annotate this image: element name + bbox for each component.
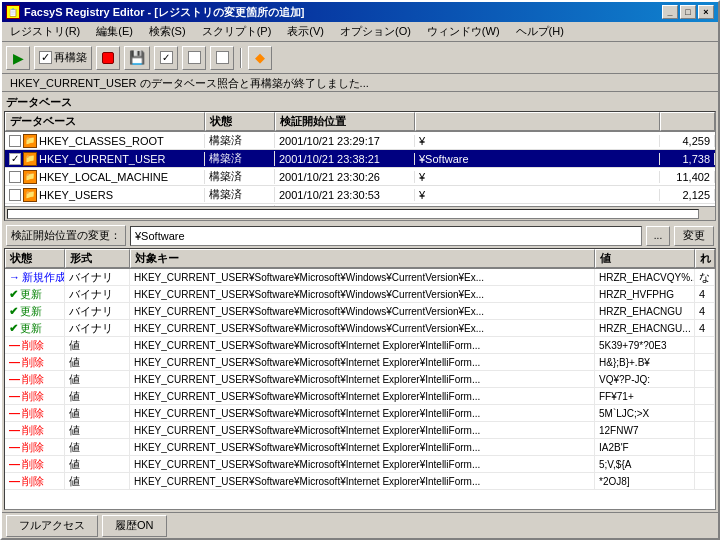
browse-button[interactable]: ... xyxy=(646,226,670,246)
list-item[interactable]: → 新規作成 バイナリ HKEY_CURRENT_USER¥Software¥M… xyxy=(5,269,715,286)
list-item[interactable]: — 削除 値 HKEY_CURRENT_USER¥Software¥Micros… xyxy=(5,473,715,490)
db-cell-date-0: 2001/10/21 23:29:17 xyxy=(275,135,415,147)
menu-registry[interactable]: レジストリ(R) xyxy=(6,23,84,40)
changes-header: 状態 形式 対象キー 値 れ xyxy=(5,249,715,269)
ch-cell-status-9: — 削除 xyxy=(5,422,65,438)
toolbar-check-btn[interactable]: ✓ xyxy=(154,46,178,70)
history-on-button[interactable]: 履歴ON xyxy=(102,515,167,537)
menu-window[interactable]: ウィンドウ(W) xyxy=(423,23,504,40)
ch-cell-extra-6 xyxy=(695,371,715,387)
db-col-status: 状態 xyxy=(205,112,275,131)
maximize-button[interactable]: □ xyxy=(680,5,696,19)
db-icon-3: 📁 xyxy=(23,188,37,202)
ch-cell-format-9: 値 xyxy=(65,422,130,438)
ch-cell-key-7: HKEY_CURRENT_USER¥Software¥Microsoft¥Int… xyxy=(130,388,595,404)
ch-cell-status-8: — 削除 xyxy=(5,405,65,421)
list-item[interactable]: ✔ 更新 バイナリ HKEY_CURRENT_USER¥Software¥Mic… xyxy=(5,303,715,320)
toolbar-stop-btn[interactable] xyxy=(96,46,120,70)
toolbar-empty2-btn[interactable] xyxy=(210,46,234,70)
db-cell-path-1: ¥Software xyxy=(415,153,660,165)
db-col-count xyxy=(660,112,715,131)
list-item[interactable]: — 削除 値 HKEY_CURRENT_USER¥Software¥Micros… xyxy=(5,371,715,388)
ch-cell-value-7: FF¥71+ xyxy=(595,388,695,404)
list-item[interactable]: — 削除 値 HKEY_CURRENT_USER¥Software¥Micros… xyxy=(5,405,715,422)
ch-cell-status-7: — 削除 xyxy=(5,388,65,404)
apply-button[interactable]: 変更 xyxy=(674,226,714,246)
ch-cell-value-5: H&};B}+.B¥ xyxy=(595,354,695,370)
search-path-input[interactable] xyxy=(130,226,642,246)
toolbar: ▶ ✓ 再構築 💾 ✓ ◆ xyxy=(2,42,718,74)
db-cell-date-1: 2001/10/21 23:38:21 xyxy=(275,153,415,165)
list-item[interactable]: ✔ 更新 バイナリ HKEY_CURRENT_USER¥Software¥Mic… xyxy=(5,286,715,303)
menu-view[interactable]: 表示(V) xyxy=(283,23,328,40)
close-button[interactable]: × xyxy=(698,5,714,19)
toolbar-run-btn[interactable]: ▶ xyxy=(6,46,30,70)
db-icon-2: 📁 xyxy=(23,170,37,184)
ch-cell-key-2: HKEY_CURRENT_USER¥Software¥Microsoft¥Win… xyxy=(130,303,595,319)
ch-cell-extra-12 xyxy=(695,473,715,489)
db-checkbox-2[interactable] xyxy=(9,171,21,183)
list-item[interactable]: — 削除 値 HKEY_CURRENT_USER¥Software¥Micros… xyxy=(5,337,715,354)
toolbar-separator xyxy=(240,48,242,68)
stop-icon xyxy=(102,52,114,64)
db-icon-0: 📁 xyxy=(23,134,37,148)
db-checkbox-1[interactable]: ✓ xyxy=(9,153,21,165)
db-hscroll-track[interactable] xyxy=(7,209,699,219)
rebuild-checkbox-btn[interactable]: ✓ 再構築 xyxy=(34,46,92,70)
toolbar-empty-check-btn[interactable] xyxy=(182,46,206,70)
db-checkbox-0[interactable] xyxy=(9,135,21,147)
ch-cell-extra-4 xyxy=(695,337,715,353)
ch-cell-extra-5 xyxy=(695,354,715,370)
rebuild-label: 再構築 xyxy=(54,50,87,65)
check-icon: ✓ xyxy=(160,51,173,64)
ch-cell-value-2: HRZR_EHACNGU xyxy=(595,303,695,319)
db-hscrollbar[interactable] xyxy=(5,206,715,220)
db-table-header: データベース 状態 検証開始位置 xyxy=(5,112,715,132)
list-item[interactable]: — 削除 値 HKEY_CURRENT_USER¥Software¥Micros… xyxy=(5,439,715,456)
db-checkbox-3[interactable] xyxy=(9,189,21,201)
run-icon: ▶ xyxy=(13,50,24,66)
ch-cell-extra-9 xyxy=(695,422,715,438)
ch-cell-extra-0: な xyxy=(695,269,715,285)
menu-help[interactable]: ヘルプ(H) xyxy=(512,23,568,40)
table-row[interactable]: ✓ 📁 HKEY_CURRENT_USER 構築済 2001/10/21 23:… xyxy=(5,150,715,168)
delete-icon-12: — xyxy=(9,475,20,487)
ch-cell-format-1: バイナリ xyxy=(65,286,130,302)
menu-options[interactable]: オプション(O) xyxy=(336,23,415,40)
table-row[interactable]: 📁 HKEY_USERS 構築済 2001/10/21 23:30:53 ¥ 2… xyxy=(5,186,715,204)
rebuild-checkbox[interactable]: ✓ xyxy=(39,51,52,64)
ch-cell-key-4: HKEY_CURRENT_USER¥Software¥Microsoft¥Int… xyxy=(130,337,595,353)
toolbar-save-btn[interactable]: 💾 xyxy=(124,46,150,70)
ch-cell-key-11: HKEY_CURRENT_USER¥Software¥Microsoft¥Int… xyxy=(130,456,595,472)
toolbar-diamond-btn[interactable]: ◆ xyxy=(248,46,272,70)
db-cell-path-2: ¥ xyxy=(415,171,660,183)
ch-cell-status-5: — 削除 xyxy=(5,354,65,370)
table-row[interactable]: 📁 HKEY_CLASSES_ROOT 構築済 2001/10/21 23:29… xyxy=(5,132,715,150)
ch-col-extra: れ xyxy=(695,249,715,268)
delete-icon-8: — xyxy=(9,407,20,419)
db-col-name: データベース xyxy=(5,112,205,131)
title-bar: 📋 FacsyS Registry Editor - [レジストリの変更箇所の追… xyxy=(2,2,718,22)
db-cell-path-0: ¥ xyxy=(415,135,660,147)
list-item[interactable]: — 削除 値 HKEY_CURRENT_USER¥Software¥Micros… xyxy=(5,388,715,405)
db-cell-count-2: 11,402 xyxy=(660,171,715,183)
menu-search[interactable]: 検索(S) xyxy=(145,23,190,40)
list-item[interactable]: ✔ 更新 バイナリ HKEY_CURRENT_USER¥Software¥Mic… xyxy=(5,320,715,337)
full-access-button[interactable]: フルアクセス xyxy=(6,515,98,537)
ch-cell-value-8: 5M`LJC;>X xyxy=(595,405,695,421)
menu-script[interactable]: スクリプト(P) xyxy=(198,23,276,40)
minimize-button[interactable]: _ xyxy=(662,5,678,19)
menu-edit[interactable]: 編集(E) xyxy=(92,23,137,40)
db-cell-count-1: 1,738 xyxy=(660,153,715,165)
ch-cell-format-10: 値 xyxy=(65,439,130,455)
ch-cell-extra-7 xyxy=(695,388,715,404)
ch-cell-value-10: IA2B'F xyxy=(595,439,695,455)
list-item[interactable]: — 削除 値 HKEY_CURRENT_USER¥Software¥Micros… xyxy=(5,456,715,473)
list-item[interactable]: — 削除 値 HKEY_CURRENT_USER¥Software¥Micros… xyxy=(5,422,715,439)
db-cell-status-0: 構築済 xyxy=(205,133,275,148)
list-item[interactable]: — 削除 値 HKEY_CURRENT_USER¥Software¥Micros… xyxy=(5,354,715,371)
db-cell-count-0: 4,259 xyxy=(660,135,715,147)
table-row[interactable]: 📁 HKEY_LOCAL_MACHINE 構築済 2001/10/21 23:3… xyxy=(5,168,715,186)
ch-col-key: 対象キー xyxy=(130,249,595,268)
ch-cell-status-12: — 削除 xyxy=(5,473,65,489)
